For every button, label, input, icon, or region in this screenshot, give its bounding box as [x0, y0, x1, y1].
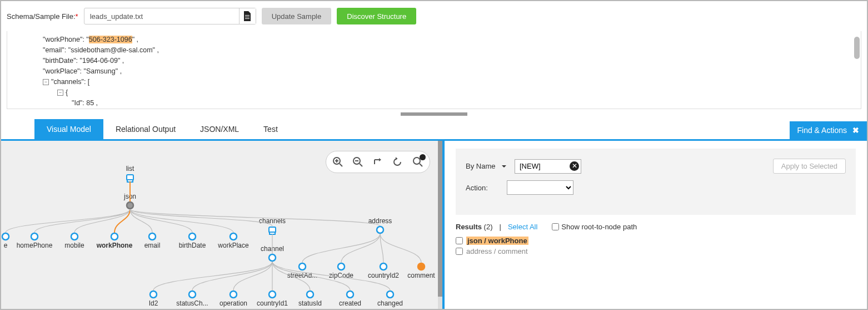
tab-relational-output[interactable]: Relational Output: [103, 119, 188, 139]
tree-node-countryId2[interactable]: countryId2: [368, 263, 399, 279]
svg-point-45: [189, 291, 196, 298]
code-line: −"channels": [: [28, 77, 861, 87]
schema-file-input[interactable]: [84, 12, 239, 21]
svg-point-14: [2, 233, 9, 240]
svg-text:mobile: mobile: [64, 242, 84, 249]
svg-text:Id2: Id2: [149, 299, 158, 307]
tree-node-homePhone[interactable]: homePhone: [17, 233, 53, 249]
svg-point-24: [189, 233, 196, 240]
svg-point-31: [377, 227, 383, 233]
splitter-handle[interactable]: [401, 112, 467, 116]
svg-point-43: [150, 291, 157, 298]
tree-node-statusId[interactable]: statusId: [298, 291, 322, 307]
code-line: "workPhone": "506-323-1096" ,: [28, 35, 861, 45]
svg-point-41: [269, 254, 276, 261]
chevron-down-icon: [501, 164, 507, 169]
sample-code-panel: "workPhone": "506-323-1096" ,"email": "s…: [7, 31, 861, 109]
code-line: "email": "ssidebotham@dle-sal.com" ,: [28, 45, 861, 56]
tree-node-created[interactable]: created: [339, 291, 361, 307]
tree-node-mobile[interactable]: mobile: [64, 233, 84, 249]
search-mode-dropdown[interactable]: By Name: [466, 162, 507, 170]
svg-text:operation: operation: [220, 299, 247, 307]
result-item[interactable]: address / comment: [456, 247, 856, 255]
svg-point-22: [149, 233, 156, 240]
tree-node-address[interactable]: address: [368, 217, 392, 233]
discover-structure-button[interactable]: Discover Structure: [337, 8, 416, 24]
svg-text:changed: changed: [377, 299, 403, 307]
svg-text:workPhone: workPhone: [96, 242, 133, 249]
svg-text:e: e: [4, 242, 8, 249]
svg-text:homePhone: homePhone: [17, 242, 53, 249]
tree-node-workPlace[interactable]: workPlace: [217, 233, 249, 249]
tree-node-changed[interactable]: changed: [377, 291, 403, 307]
tree-node-Id2[interactable]: Id2: [149, 291, 158, 307]
svg-text:countryId2: countryId2: [368, 272, 399, 279]
code-line: −{: [28, 87, 861, 98]
svg-point-37: [380, 263, 387, 270]
select-all-link[interactable]: Select All: [508, 223, 537, 231]
svg-text:statusCh...: statusCh...: [176, 299, 208, 307]
code-scrollbar[interactable]: [854, 37, 860, 59]
svg-text:streetAd...: streetAd...: [287, 272, 318, 279]
tree-node-birthDate[interactable]: birthDate: [179, 233, 206, 249]
svg-text:statusId: statusId: [298, 299, 322, 307]
show-root-path-checkbox[interactable]: Show root-to-node path: [552, 223, 637, 231]
tabs-row: Visual ModelRelational OutputJSON/XMLTes…: [1, 119, 867, 141]
code-line: "workPlace": "Samsung" ,: [28, 66, 861, 77]
svg-point-26: [230, 233, 237, 240]
tree-node-workPhone[interactable]: workPhone: [96, 233, 133, 249]
tree-node-zipCode[interactable]: zipCode: [329, 263, 353, 279]
tab-json-xml[interactable]: JSON/XML: [188, 119, 251, 139]
svg-point-33: [299, 263, 306, 270]
svg-point-35: [338, 263, 345, 270]
code-line: "Id": 85 ,: [28, 98, 861, 109]
svg-point-49: [269, 291, 276, 298]
svg-text:created: created: [339, 299, 361, 307]
svg-point-12: [127, 202, 133, 209]
tab-visual-model[interactable]: Visual Model: [34, 119, 103, 139]
action-select[interactable]: [507, 180, 573, 195]
tree-node-streetAd-[interactable]: streetAd...: [287, 263, 318, 279]
svg-point-53: [347, 291, 353, 298]
tree-node-operation[interactable]: operation: [220, 291, 247, 307]
svg-point-20: [111, 233, 118, 240]
clear-search-icon[interactable]: ✕: [570, 161, 579, 171]
svg-text:comment: comment: [407, 272, 435, 279]
apply-to-selected-button[interactable]: Apply to Selected: [773, 159, 846, 174]
tree-node-countryId1[interactable]: countryId1: [257, 291, 288, 307]
svg-text:workPlace: workPlace: [217, 242, 249, 249]
svg-point-47: [230, 291, 237, 298]
tree-node-e[interactable]: e: [2, 233, 9, 249]
schema-file-input-wrap: [84, 8, 256, 24]
update-sample-button[interactable]: Update Sample: [262, 8, 332, 24]
schema-file-label: Schema/Sample File:*: [7, 12, 78, 21]
tab-test[interactable]: Test: [251, 119, 290, 139]
tree-node-email[interactable]: email: [144, 233, 161, 249]
svg-text:email: email: [144, 242, 161, 249]
svg-point-39: [418, 263, 425, 270]
svg-point-55: [387, 291, 393, 298]
find-actions-panel: By Name ✕ Apply to Selected Action: Resu…: [445, 141, 867, 310]
file-browse-button[interactable]: [239, 8, 256, 24]
tree-node-statusCh-[interactable]: statusCh...: [176, 291, 208, 307]
find-actions-panel-tab[interactable]: Find & Actions ✖: [790, 121, 867, 139]
svg-text:list: list: [126, 165, 134, 173]
canvas-scrollbar[interactable]: [438, 141, 442, 310]
file-icon: [243, 11, 252, 21]
visual-model-canvas[interactable]: listjsonehomePhonemobileworkPhoneemailbi…: [1, 141, 445, 310]
results-label: Results (2): [456, 223, 492, 231]
action-label: Action:: [466, 184, 499, 192]
svg-point-16: [31, 233, 38, 240]
svg-point-18: [71, 233, 78, 240]
close-icon[interactable]: ✖: [852, 126, 859, 135]
code-line: "birthDate": "1964-06-09" ,: [28, 56, 861, 66]
svg-text:countryId1: countryId1: [257, 299, 288, 307]
svg-text:birthDate: birthDate: [179, 242, 206, 249]
tree-node-comment[interactable]: comment: [407, 263, 435, 279]
tree-node-list[interactable]: list: [126, 165, 134, 182]
svg-point-51: [307, 291, 313, 298]
result-item[interactable]: json / workPhone: [456, 237, 856, 245]
